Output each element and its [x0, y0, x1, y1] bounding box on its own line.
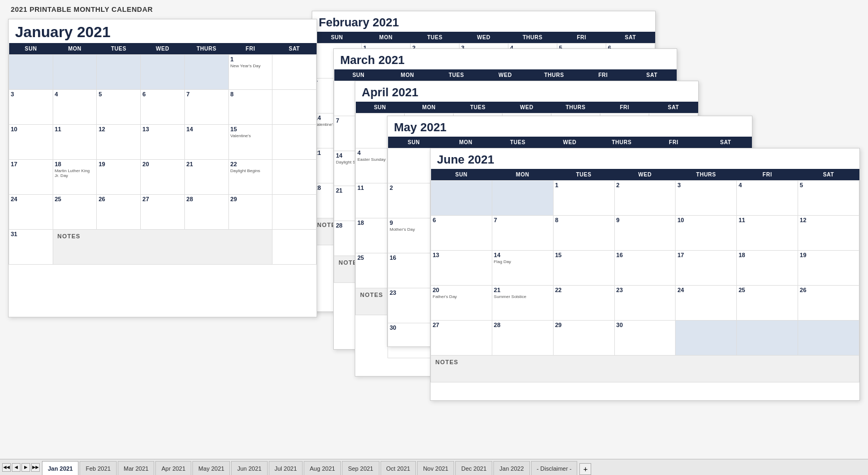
col-thurs: THURS — [508, 32, 557, 44]
col-sat: SAT — [272, 43, 317, 55]
table-row: 24 25 26 27 28 29 — [9, 195, 317, 230]
col-mon: MON — [362, 32, 411, 44]
col-fri: FRI — [579, 69, 628, 81]
day-cell — [97, 55, 141, 90]
day-cell: 13 — [431, 251, 492, 286]
day-cell: 24 — [9, 195, 53, 230]
table-row: 1 2 3 4 5 — [431, 181, 859, 216]
col-thurs: THURS — [184, 43, 228, 55]
day-cell: 7 — [492, 216, 553, 251]
tab-add-button[interactable]: + — [579, 463, 591, 475]
day-cell — [431, 181, 492, 216]
col-sun: SUN — [313, 32, 362, 44]
col-wed: WED — [503, 102, 551, 114]
tab-disclaimer[interactable]: - Disclaimer - — [531, 461, 578, 475]
tab-nav-next[interactable]: ▶ — [21, 463, 30, 472]
day-cell: 24 — [676, 286, 737, 321]
col-sat: SAT — [649, 102, 698, 114]
col-wed: WED — [481, 69, 530, 81]
col-wed: WED — [544, 137, 596, 148]
mar-title: March 2021 — [334, 49, 677, 69]
day-cell: 8 — [228, 90, 272, 125]
day-cell: 1New Year's Day — [228, 55, 272, 90]
day-cell: 1 — [553, 181, 614, 216]
tab-jun-2021[interactable]: Jun 2021 — [231, 461, 267, 475]
day-cell — [53, 55, 97, 90]
table-row: 17 18Martin Luther King Jr. Day 19 20 21… — [9, 160, 317, 195]
col-sat: SAT — [628, 69, 677, 81]
col-thurs: THURS — [530, 69, 579, 81]
day-cell: 7 — [184, 90, 228, 125]
col-fri: FRI — [737, 169, 798, 181]
january-calendar: January 2021 SUN MON TUES WED THURS FRI … — [8, 19, 317, 317]
tab-jan-2022[interactable]: Jan 2022 — [493, 461, 529, 475]
tab-mar-2021[interactable]: Mar 2021 — [118, 461, 154, 475]
day-cell: 6 — [141, 90, 185, 125]
tab-apr-2021[interactable]: Apr 2021 — [155, 461, 191, 475]
tab-aug-2021[interactable]: Aug 2021 — [304, 461, 341, 475]
tab-feb-2021[interactable]: Feb 2021 — [80, 461, 116, 475]
day-cell: 31 — [9, 230, 53, 265]
col-wed: WED — [614, 169, 676, 181]
day-cell: 10 — [676, 216, 737, 251]
col-thurs: THURS — [676, 169, 737, 181]
notes-row: NOTES — [431, 356, 859, 382]
day-cell — [492, 181, 553, 216]
notes-cell: NOTES — [431, 356, 859, 382]
day-cell: 23 — [614, 286, 676, 321]
apr-title: April 2021 — [355, 81, 698, 102]
tab-jan-2021[interactable]: Jan 2021 — [42, 461, 78, 475]
day-cell: 5 — [97, 90, 141, 125]
col-sun: SUN — [431, 169, 492, 181]
tab-nav-first[interactable]: ◀◀ — [2, 463, 11, 472]
day-cell: 11 — [737, 216, 798, 251]
day-cell — [676, 321, 737, 356]
tab-oct-2021[interactable]: Oct 2021 — [381, 461, 417, 475]
table-row: 13 14Flag Day 15 16 17 18 19 — [431, 251, 859, 286]
col-mon: MON — [492, 169, 553, 181]
day-cell — [798, 321, 859, 356]
tab-nav-last[interactable]: ▶▶ — [31, 463, 40, 472]
col-fri: FRI — [557, 32, 606, 44]
day-cell: 21Summer Solstice — [492, 286, 553, 321]
jun-grid: SUN MON TUES WED THURS FRI SAT 1 2 3 4 — [431, 169, 859, 382]
day-cell: 25 — [737, 286, 798, 321]
day-cell — [9, 55, 53, 90]
table-row: 27 28 29 30 — [431, 321, 859, 356]
table-row: 20Father's Day 21Summer Solstice 22 23 2… — [431, 286, 859, 321]
col-tues: TUES — [553, 169, 614, 181]
table-row: 31 NOTES — [9, 230, 317, 265]
col-fri: FRI — [648, 137, 700, 148]
col-sat: SAT — [798, 169, 859, 181]
col-sat: SAT — [606, 32, 655, 44]
tab-bar: ◀◀ ◀ ▶ ▶▶ Jan 2021 Feb 2021 Mar 2021 Apr… — [0, 459, 868, 475]
col-thurs: THURS — [596, 137, 648, 148]
day-cell: 19 — [97, 160, 141, 195]
day-cell: 8 — [553, 216, 614, 251]
col-tues: TUES — [492, 137, 544, 148]
day-cell: 9 — [614, 216, 676, 251]
tab-dec-2021[interactable]: Dec 2021 — [455, 461, 492, 475]
day-cell: 13 — [141, 125, 185, 160]
col-tues: TUES — [454, 102, 503, 114]
day-cell: 25 — [53, 195, 97, 230]
feb-title: February 2021 — [312, 11, 655, 32]
day-cell: 29 — [228, 195, 272, 230]
day-cell: 3 — [676, 181, 737, 216]
col-mon: MON — [405, 102, 454, 114]
day-cell: 26 — [97, 195, 141, 230]
tab-nav-prev[interactable]: ◀ — [12, 463, 20, 472]
tab-jul-2021[interactable]: Jul 2021 — [269, 461, 303, 475]
day-cell: 4 — [53, 90, 97, 125]
tab-nov-2021[interactable]: Nov 2021 — [417, 461, 454, 475]
table-row: 6 7 8 9 10 11 12 — [431, 216, 859, 251]
day-cell: 17 — [9, 160, 53, 195]
tab-sep-2021[interactable]: Sep 2021 — [342, 461, 379, 475]
page-title: 2021 PRINTABLE MONTHLY CALENDAR — [11, 5, 153, 13]
day-cell: 4 — [737, 181, 798, 216]
col-sun: SUN — [334, 69, 383, 81]
tab-may-2021[interactable]: May 2021 — [192, 461, 230, 475]
day-cell: 3 — [9, 90, 53, 125]
day-cell: 27 — [141, 195, 185, 230]
table-row: 1New Year's Day — [9, 55, 317, 90]
